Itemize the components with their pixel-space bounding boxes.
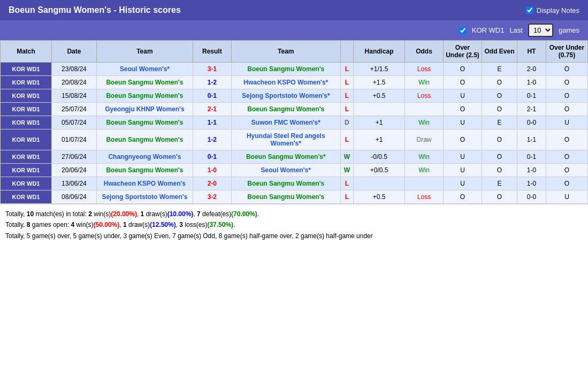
cell-odds: Draw: [405, 129, 444, 150]
col-ht: HT: [517, 41, 546, 63]
cell-match: KOR WD1: [1, 164, 52, 177]
cell-ht: 0-0: [517, 190, 546, 204]
col-match: Match: [1, 41, 52, 63]
cell-date: 13/06/24: [51, 177, 96, 190]
cell-result: 1-1: [193, 116, 231, 129]
cell-match: KOR WD1: [1, 63, 52, 76]
cell-match: KOR WD1: [1, 177, 52, 190]
cell-team1: Boeun Sangmu Women's: [96, 116, 193, 129]
summary-line2: Totally, 8 games open: 4 win(s)(50.00%),…: [5, 219, 583, 230]
cell-ht: 2-1: [517, 103, 546, 116]
col-ou075: Over Under (0.75): [546, 41, 587, 63]
cell-result: 3-1: [193, 63, 231, 76]
games-select[interactable]: 5 10 15 20 All: [528, 24, 553, 37]
col-odd-even: Odd Even: [482, 41, 517, 63]
cell-ou25: O: [444, 190, 482, 204]
cell-team1: Sejong Sportstoto Women's: [96, 190, 193, 204]
cell-team2: Boeun Sangmu Women's: [231, 177, 340, 190]
cell-result: 3-2: [193, 190, 231, 204]
games-label: games: [559, 26, 579, 34]
cell-match: KOR WD1: [1, 116, 52, 129]
cell-ht: 0-1: [517, 89, 546, 103]
cell-ou075: U: [546, 116, 587, 129]
cell-ou075: O: [546, 76, 587, 89]
cell-date: 15/08/24: [51, 89, 96, 103]
cell-team2: Hyundai Steel Red angels Women's*: [231, 129, 340, 150]
cell-handicap: +1.5: [354, 76, 405, 89]
cell-odds: [405, 103, 444, 116]
cell-ou25: O: [444, 129, 482, 150]
cell-odd-even: O: [482, 89, 517, 103]
cell-wdl: W: [340, 164, 353, 177]
table-row: KOR WD125/07/24Gyeongju KHNP Women's2-1B…: [1, 103, 588, 116]
col-wdl: [340, 41, 353, 63]
cell-odd-even: O: [482, 150, 517, 164]
cell-date: 01/07/24: [51, 129, 96, 150]
cell-ou25: U: [444, 150, 482, 164]
cell-team2: Suwon FMC Women's*: [231, 116, 340, 129]
cell-ou075: O: [546, 89, 587, 103]
cell-team2: Boeun Sangmu Women's: [231, 63, 340, 76]
summary-area: Totally, 10 match(es) in total: 2 win(s)…: [0, 204, 588, 246]
cell-handicap: +1: [354, 129, 405, 150]
cell-ou25: U: [444, 89, 482, 103]
cell-wdl: W: [340, 150, 353, 164]
cell-wdl: D: [340, 116, 353, 129]
cell-ht: 1-1: [517, 129, 546, 150]
filter-bar: KOR WD1 Last 5 10 15 20 All games: [0, 20, 588, 40]
cell-team1: Hwacheon KSPO Women's: [96, 177, 193, 190]
cell-ht: 1-0: [517, 177, 546, 190]
cell-odds: Loss: [405, 190, 444, 204]
display-notes-container: Display Notes: [526, 6, 579, 14]
cell-result: 1-0: [193, 164, 231, 177]
cell-result: 2-1: [193, 103, 231, 116]
cell-handicap: [354, 177, 405, 190]
cell-handicap: [354, 103, 405, 116]
display-notes-checkbox[interactable]: [526, 6, 533, 14]
cell-match: KOR WD1: [1, 76, 52, 89]
cell-ht: 0-0: [517, 116, 546, 129]
table-row: KOR WD123/08/24Seoul Women's*3-1Boeun Sa…: [1, 63, 588, 76]
cell-team1: Boeun Sangmu Women's: [96, 164, 193, 177]
table-row: KOR WD105/07/24Boeun Sangmu Women's1-1Su…: [1, 116, 588, 129]
table-row: KOR WD108/06/24Sejong Sportstoto Women's…: [1, 190, 588, 204]
cell-ou075: O: [546, 164, 587, 177]
cell-wdl: L: [340, 63, 353, 76]
cell-wdl: L: [340, 103, 353, 116]
col-team2: Team: [231, 41, 340, 63]
cell-odd-even: O: [482, 103, 517, 116]
summary-line1: Totally, 10 match(es) in total: 2 win(s)…: [5, 209, 583, 219]
table-row: KOR WD120/08/24Boeun Sangmu Women's1-2Hw…: [1, 76, 588, 89]
scores-table: Match Date Team Result Team Handicap Odd…: [0, 40, 588, 204]
cell-team2: Boeun Sangmu Women's: [231, 190, 340, 204]
cell-team1: Boeun Sangmu Women's: [96, 76, 193, 89]
cell-ou25: O: [444, 63, 482, 76]
cell-team1: Gyeongju KHNP Women's: [96, 103, 193, 116]
cell-ou075: U: [546, 190, 587, 204]
last-label: Last: [509, 26, 523, 34]
cell-ht: 1-0: [517, 164, 546, 177]
cell-odds: [405, 177, 444, 190]
cell-odd-even: O: [482, 76, 517, 89]
cell-date: 25/07/24: [51, 103, 96, 116]
cell-ht: 1-0: [517, 76, 546, 89]
col-date: Date: [51, 41, 96, 63]
cell-match: KOR WD1: [1, 190, 52, 204]
cell-team1: Boeun Sangmu Women's: [96, 129, 193, 150]
col-handicap: Handicap: [354, 41, 405, 63]
cell-ou075: O: [546, 177, 587, 190]
cell-date: 27/06/24: [51, 150, 96, 164]
cell-wdl: L: [340, 76, 353, 89]
cell-ou075: O: [546, 129, 587, 150]
cell-handicap: -0/0.5: [354, 150, 405, 164]
col-result: Result: [193, 41, 231, 63]
cell-ou25: U: [444, 177, 482, 190]
table-row: KOR WD120/06/24Boeun Sangmu Women's1-0Se…: [1, 164, 588, 177]
cell-wdl: L: [340, 190, 353, 204]
table-row: KOR WD115/08/24Boeun Sangmu Women's0-1Se…: [1, 89, 588, 103]
table-header-row: Match Date Team Result Team Handicap Odd…: [1, 41, 588, 63]
cell-ht: 2-0: [517, 63, 546, 76]
cell-handicap: +0/0.5: [354, 164, 405, 177]
league-checkbox[interactable]: [459, 27, 467, 34]
cell-odd-even: E: [482, 177, 517, 190]
